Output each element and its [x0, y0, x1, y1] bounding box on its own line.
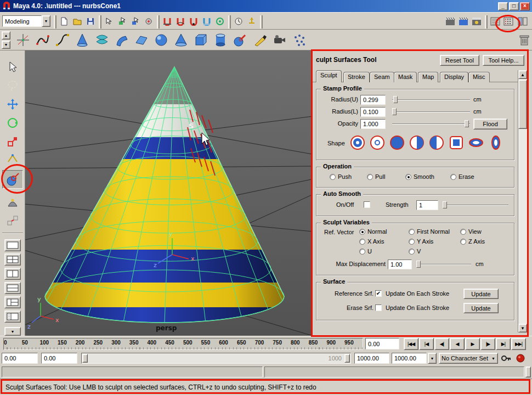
snap-grid-icon[interactable]: [161, 15, 173, 27]
close-button[interactable]: ×: [520, 2, 530, 10]
radio-erase[interactable]: Erase: [450, 173, 474, 180]
layout-outliner-persp-button[interactable]: [4, 311, 21, 323]
erase-srf-checkbox[interactable]: [375, 304, 382, 311]
playback-start-field[interactable]: 0.00: [41, 353, 77, 364]
lasso-tool-icon[interactable]: [2, 77, 23, 94]
shelf-revolve-icon[interactable]: [73, 31, 91, 49]
shelf-sculpt-tool-icon[interactable]: [231, 31, 249, 49]
step-back-key-icon[interactable]: ◀|: [434, 338, 449, 350]
scrollbar-thumb[interactable]: [518, 80, 527, 129]
opacity-field[interactable]: 1.000: [360, 119, 386, 129]
brush-ring-icon[interactable]: [369, 134, 386, 151]
go-to-start-icon[interactable]: |◀◀: [404, 338, 418, 350]
select-component-icon[interactable]: [129, 15, 142, 27]
shelf-loft-icon[interactable]: [93, 31, 111, 49]
scale-tool-icon[interactable]: [2, 133, 23, 150]
shelf-snap-axes-icon[interactable]: [14, 31, 32, 49]
step-forward-frame-icon[interactable]: ▶|: [496, 338, 511, 350]
go-to-end-icon[interactable]: ▶▶|: [511, 338, 526, 350]
shelf-cv-curve-icon[interactable]: [34, 31, 52, 49]
rotate-tool-icon[interactable]: [2, 114, 23, 132]
shelf-particles-icon[interactable]: [291, 31, 308, 49]
select-hierarchy-icon[interactable]: [103, 15, 115, 27]
save-scene-icon[interactable]: [84, 15, 97, 27]
tool-help-button[interactable]: Tool Help...: [483, 55, 524, 66]
tab-sculpt[interactable]: Sculpt: [316, 70, 342, 82]
panel-scrollbar[interactable]: ▲ ▼: [518, 70, 527, 332]
radius-l-field[interactable]: 0.100: [360, 107, 386, 117]
brush-soft-icon[interactable]: [349, 134, 366, 151]
opacity-slider[interactable]: [392, 120, 470, 128]
shelf-tab-down-icon[interactable]: ▼: [2, 41, 10, 49]
select-tool-icon[interactable]: [2, 58, 23, 76]
layout-three-split-button[interactable]: [4, 296, 21, 308]
set-key-icon[interactable]: [500, 352, 512, 364]
status-separator[interactable]: [485, 15, 488, 29]
snap-curve-icon[interactable]: [174, 15, 186, 27]
render-current-frame-icon[interactable]: [444, 15, 456, 27]
animation-start-field[interactable]: 0.00: [2, 353, 38, 364]
layout-more-icon[interactable]: ▼: [4, 327, 21, 336]
status-separator[interactable]: [228, 15, 231, 29]
shelf-paint-weights-icon[interactable]: [251, 31, 269, 49]
strength-slider[interactable]: [443, 201, 508, 210]
status-separator[interactable]: [99, 15, 101, 29]
strength-field[interactable]: 1: [416, 200, 438, 210]
radio-view[interactable]: View: [460, 228, 482, 235]
status-separator[interactable]: [157, 15, 160, 29]
step-back-frame-icon[interactable]: |◀: [419, 338, 434, 350]
play-backwards-icon[interactable]: ◀: [450, 338, 465, 350]
render-globals-icon[interactable]: [471, 15, 483, 27]
range-preset-arrow-icon[interactable]: ▼: [428, 353, 437, 364]
move-tool-icon[interactable]: [2, 95, 23, 113]
show-manipulator-icon[interactable]: [246, 15, 258, 27]
auto-smooth-checkbox[interactable]: [364, 201, 370, 208]
tab-mask[interactable]: Mask: [394, 72, 417, 82]
trash-icon[interactable]: [518, 33, 531, 47]
make-live-icon[interactable]: [214, 15, 226, 27]
shelf-extrude-icon[interactable]: [113, 31, 131, 49]
current-frame-field[interactable]: 0.00: [365, 338, 399, 349]
radio-z-axis[interactable]: Z Axis: [460, 238, 485, 245]
brush-ellipse-vertical-icon[interactable]: [488, 134, 504, 151]
range-start-handle[interactable]: [82, 354, 88, 363]
radio-first-normal[interactable]: First Normal: [409, 228, 450, 235]
radio-y-axis[interactable]: Y Axis: [409, 238, 433, 245]
tab-seam[interactable]: Seam: [370, 72, 394, 82]
brush-solid-icon[interactable]: [389, 134, 405, 151]
layout-two-side-button[interactable]: [4, 268, 21, 280]
reference-srf-checkbox[interactable]: ✔: [375, 290, 382, 297]
tab-display[interactable]: Display: [440, 72, 468, 82]
flood-button[interactable]: Flood: [473, 119, 507, 129]
perspective-viewport[interactable]: S y x z y x z persp: [25, 50, 313, 336]
reset-tool-button[interactable]: Reset Tool: [440, 55, 479, 66]
shelf-camera-icon[interactable]: [271, 31, 288, 49]
status-separator[interactable]: [260, 15, 263, 29]
reference-update-button[interactable]: Update: [463, 289, 499, 299]
max-displacement-slider[interactable]: [416, 260, 471, 269]
menu-set-dropdown[interactable]: Modeling: [2, 15, 42, 27]
shelf-nurbs-sphere-icon[interactable]: [152, 31, 170, 49]
tab-map[interactable]: Map: [418, 72, 438, 82]
shelf-nurbs-cube-icon[interactable]: [192, 31, 210, 49]
step-forward-key-icon[interactable]: |▶: [480, 338, 495, 350]
new-scene-icon[interactable]: [58, 15, 70, 27]
play-forward-icon[interactable]: ▶: [465, 338, 480, 350]
brush-half-right-icon[interactable]: [409, 134, 425, 151]
shelf-planar-icon[interactable]: [133, 31, 150, 49]
erase-update-button[interactable]: Update: [463, 303, 499, 313]
ipr-render-icon[interactable]: [457, 15, 469, 27]
scroll-down-icon[interactable]: ▼: [518, 324, 527, 332]
current-tool-sculpt-icon[interactable]: [2, 170, 23, 189]
range-slider[interactable]: 1000: [81, 353, 351, 364]
show-manipulator-tool-icon[interactable]: [2, 151, 23, 166]
playback-end-field[interactable]: 1000.00: [354, 353, 389, 364]
show-tool-settings-icon[interactable]: [517, 15, 529, 27]
character-set-dropdown[interactable]: No Character Set ▼: [439, 353, 498, 364]
radio-normal[interactable]: Normal: [359, 228, 387, 235]
layout-four-pane-button[interactable]: [4, 253, 21, 266]
maximize-button[interactable]: □: [509, 2, 519, 10]
snap-together-tool-icon[interactable]: [2, 212, 23, 229]
max-displacement-field[interactable]: 1.00: [388, 259, 412, 269]
radius-l-slider[interactable]: [392, 108, 470, 116]
